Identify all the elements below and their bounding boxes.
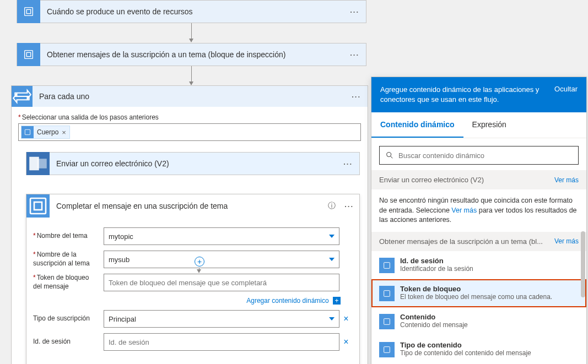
foreach-header[interactable]: Para cada uno ··· (12, 86, 368, 107)
svg-line-10 (391, 156, 392, 158)
service-bus-icon (17, 43, 40, 66)
svg-rect-3 (26, 52, 30, 56)
see-more-email-link[interactable]: Ver más (554, 176, 579, 184)
service-bus-icon (379, 342, 395, 357)
add-step-button[interactable]: + (195, 257, 204, 267)
session-id-input[interactable] (104, 333, 339, 351)
session-id-label: Id. de sesión (33, 338, 104, 346)
info-icon[interactable]: ⓘ (325, 201, 339, 211)
svg-point-9 (387, 153, 391, 157)
loop-icon (12, 86, 33, 107)
svg-rect-4 (25, 129, 30, 134)
dc-hide-button[interactable]: Ocultar (554, 85, 578, 93)
subscription-name-label: *Nombre de la suscripción al tema (33, 251, 104, 268)
lock-token-label: *Token de bloqueo del mensaje (33, 274, 104, 291)
trigger-menu-button[interactable]: ··· (343, 8, 366, 16)
select-output-label: *Seleccionar una salida de los pasos ant… (18, 113, 361, 121)
send-email-title: Enviar un correo electrónico (V2) (50, 159, 337, 168)
search-icon (385, 151, 394, 160)
complete-message-card: Completar el mensaje en una suscripción … (26, 194, 360, 364)
send-email-node[interactable]: Enviar un correo electrónico (V2) ··· (26, 152, 360, 175)
get-messages-menu-button[interactable]: ··· (343, 51, 366, 59)
service-bus-icon (26, 194, 50, 218)
get-messages-title: Obtener mensajes de la suscripción a un … (40, 50, 343, 59)
svg-rect-8 (34, 202, 42, 210)
dc-search-box[interactable] (379, 146, 579, 165)
service-bus-icon (21, 126, 34, 138)
remove-session-button[interactable]: × (339, 337, 353, 347)
subscription-name-select[interactable]: mysub (104, 251, 339, 268)
dc-token-list: Id. de sesiónIdentificador de la sesión … (371, 251, 586, 364)
trigger-title: Cuándo se produce un evento de recursos (40, 7, 343, 16)
remove-subtype-button[interactable]: × (339, 314, 353, 324)
remove-chip-button[interactable]: × (62, 128, 66, 137)
dc-item-session-id[interactable]: Id. de sesiónIdentificador de la sesión (371, 251, 586, 279)
dc-item-content-type[interactable]: Tipo de contenidoTipo de contenido del c… (371, 335, 586, 363)
subscription-type-label: Tipo de suscripción (33, 314, 104, 323)
dc-item-content[interactable]: ContenidoContenido del mensaje (371, 307, 586, 335)
service-bus-icon (379, 258, 395, 273)
foreach-scope: Para cada uno ··· *Seleccionar una salid… (11, 85, 368, 364)
dc-item-lock-token[interactable]: Token de bloqueoEl token de bloqueo del … (371, 279, 586, 307)
svg-rect-13 (384, 319, 390, 325)
body-token-chip[interactable]: Cuerpo × (21, 126, 70, 139)
tab-expression[interactable]: Expresión (463, 112, 515, 138)
flow-arrow (191, 66, 192, 85)
dc-search-input[interactable] (398, 151, 573, 160)
svg-rect-1 (26, 9, 30, 13)
dc-section-email-title: Enviar un correo electrónico (V2) (379, 176, 484, 184)
dc-empty-message: No se encontró ningún resultado que coin… (371, 189, 586, 232)
foreach-menu-button[interactable]: ··· (345, 93, 368, 101)
svg-rect-14 (384, 347, 390, 353)
lock-token-input[interactable] (104, 274, 339, 291)
dc-header-text: Agregue contenido dinámico de las aplica… (380, 85, 548, 105)
topic-name-select[interactable]: mytopic (104, 227, 339, 245)
add-dynamic-content-link[interactable]: Agregar contenido dinámico (246, 297, 328, 305)
svg-rect-6 (37, 159, 47, 169)
svg-rect-2 (25, 51, 33, 59)
tab-dynamic-content[interactable]: Contenido dinámico (371, 112, 463, 138)
see-more-messages-link[interactable]: Ver más (554, 237, 579, 245)
dc-section-messages-title: Obtener mensajes de la suscripción a un … (379, 237, 543, 246)
svg-rect-12 (384, 291, 390, 297)
svg-rect-0 (25, 8, 33, 16)
dynamic-content-panel: Agregue contenido dinámico de las aplica… (371, 77, 587, 364)
add-dynamic-content-icon[interactable]: + (333, 297, 341, 305)
trigger-node[interactable]: Cuándo se produce un evento de recursos … (17, 0, 366, 23)
foreach-title: Para cada uno (33, 92, 345, 101)
complete-message-menu-button[interactable]: ··· (339, 202, 359, 210)
complete-message-title: Completar el mensaje en una suscripción … (50, 202, 325, 210)
svg-rect-7 (30, 198, 46, 214)
service-bus-icon (379, 314, 395, 329)
complete-message-header[interactable]: Completar el mensaje en una suscripción … (26, 194, 359, 218)
get-messages-node[interactable]: Obtener mensajes de la suscripción a un … (17, 43, 366, 66)
flow-arrow (191, 23, 192, 42)
service-bus-icon (379, 286, 395, 301)
see-more-inline-link[interactable]: Ver más (451, 207, 477, 214)
send-email-menu-button[interactable]: ··· (337, 160, 359, 168)
scrollbar[interactable] (581, 231, 585, 297)
subscription-type-select[interactable]: Principal (104, 310, 339, 328)
outlook-icon (26, 152, 50, 175)
service-bus-icon (17, 0, 40, 23)
svg-rect-11 (384, 263, 390, 269)
topic-name-label: *Nombre del tema (33, 232, 104, 241)
chip-label: Cuerpo (37, 128, 58, 136)
connection-footer: Conectado a Obtener mensajes de la suscr… (26, 361, 359, 364)
select-output-input[interactable]: Cuerpo × (18, 123, 361, 141)
